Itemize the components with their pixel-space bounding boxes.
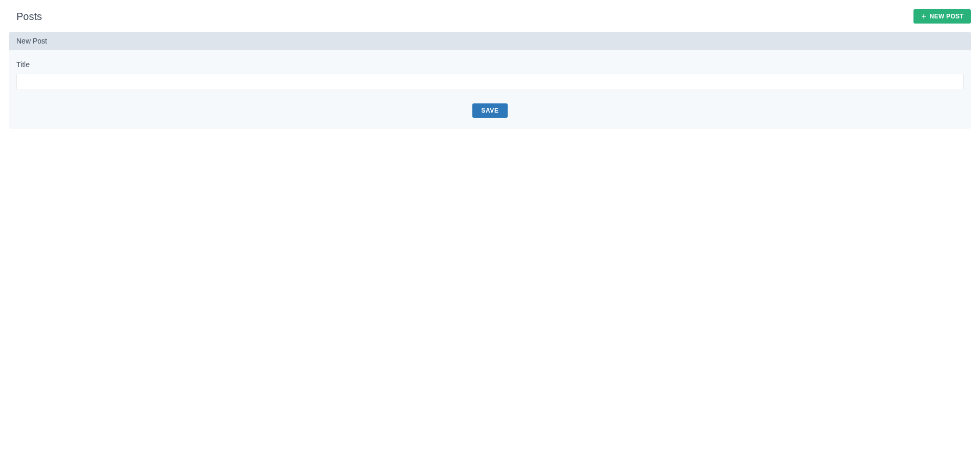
new-post-card: New Post Title SAVE	[9, 32, 971, 129]
new-post-button[interactable]: NEW POST	[913, 9, 971, 24]
card-header: New Post	[9, 32, 971, 50]
title-label: Title	[16, 60, 964, 69]
save-button[interactable]: SAVE	[472, 103, 508, 118]
page-title: Posts	[16, 11, 42, 23]
card-body: Title SAVE	[9, 50, 971, 129]
save-button-row: SAVE	[16, 103, 964, 118]
page-header: Posts NEW POST	[9, 9, 971, 24]
plus-icon	[921, 13, 927, 19]
new-post-button-label: NEW POST	[930, 13, 964, 20]
title-input[interactable]	[16, 74, 964, 90]
